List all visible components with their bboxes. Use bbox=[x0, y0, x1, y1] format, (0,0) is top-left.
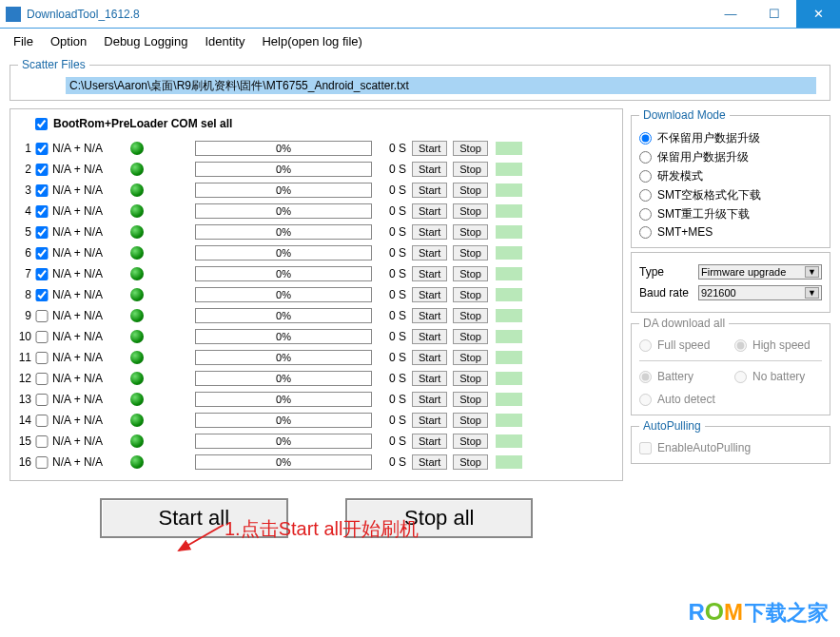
download-mode-radio[interactable] bbox=[639, 170, 652, 183]
download-mode-option[interactable]: SMT+MES bbox=[639, 225, 822, 239]
row-checkbox[interactable] bbox=[35, 373, 49, 385]
minimize-button[interactable]: — bbox=[709, 0, 752, 28]
row-time: 0 S bbox=[381, 455, 406, 469]
close-button[interactable]: ✕ bbox=[796, 0, 840, 28]
row-stop-button[interactable]: Stop bbox=[453, 162, 488, 177]
row-checkbox[interactable] bbox=[35, 268, 49, 280]
row-start-button[interactable]: Start bbox=[412, 162, 447, 177]
row-stop-button[interactable]: Stop bbox=[453, 245, 488, 261]
row-status-indicator bbox=[496, 455, 522, 469]
row-checkbox[interactable] bbox=[35, 331, 49, 343]
row-stop-button[interactable]: Stop bbox=[453, 454, 488, 470]
download-mode-radio[interactable] bbox=[639, 208, 652, 221]
status-led-icon bbox=[130, 267, 144, 280]
chevron-down-icon: ▼ bbox=[805, 287, 819, 299]
row-stop-button[interactable]: Stop bbox=[453, 266, 488, 281]
row-time: 0 S bbox=[381, 393, 406, 406]
row-start-button[interactable]: Start bbox=[412, 245, 447, 261]
scatter-path[interactable]: C:\Users\Aaron\桌面\R9刷机资料\固件\MT6755_Andro… bbox=[66, 77, 816, 94]
high-speed-radio bbox=[734, 339, 747, 352]
status-led-icon bbox=[130, 455, 144, 469]
row-number: 11 bbox=[16, 351, 31, 364]
download-mode-option[interactable]: SMT空板格式化下载 bbox=[639, 187, 822, 203]
row-stop-button[interactable]: Stop bbox=[453, 392, 488, 407]
row-start-button[interactable]: Start bbox=[412, 308, 447, 323]
row-checkbox[interactable] bbox=[35, 164, 49, 176]
row-start-button[interactable]: Start bbox=[412, 203, 447, 219]
row-start-button[interactable]: Start bbox=[412, 371, 447, 386]
row-stop-button[interactable]: Stop bbox=[453, 183, 488, 198]
chevron-down-icon: ▼ bbox=[805, 266, 819, 278]
download-mode-option[interactable]: 保留用户数据升级 bbox=[639, 149, 822, 165]
type-select[interactable]: Firmware upgrade▼ bbox=[698, 264, 822, 280]
row-stop-button[interactable]: Stop bbox=[453, 434, 488, 449]
window-title: DownloadTool_1612.8 bbox=[27, 8, 709, 21]
download-mode-option[interactable]: 不保留用户数据升级 bbox=[639, 130, 822, 146]
device-row: 14N/A + N/A0%0 SStartStop bbox=[16, 410, 616, 431]
menu-debug[interactable]: Debug Logging bbox=[96, 32, 195, 50]
row-com-label: N/A + N/A bbox=[52, 288, 125, 301]
baud-select[interactable]: 921600▼ bbox=[698, 285, 822, 300]
row-stop-button[interactable]: Stop bbox=[453, 308, 488, 323]
row-checkbox[interactable] bbox=[35, 352, 49, 364]
row-start-button[interactable]: Start bbox=[412, 287, 447, 302]
download-mode-radio[interactable] bbox=[639, 151, 652, 164]
row-start-button[interactable]: Start bbox=[412, 266, 447, 281]
row-start-button[interactable]: Start bbox=[412, 350, 447, 365]
row-checkbox[interactable] bbox=[35, 435, 49, 448]
row-stop-button[interactable]: Stop bbox=[453, 329, 488, 344]
row-progress: 0% bbox=[195, 266, 372, 281]
row-stop-button[interactable]: Stop bbox=[453, 350, 488, 365]
select-all-checkbox[interactable] bbox=[35, 118, 48, 130]
menu-help[interactable]: Help(open log file) bbox=[254, 32, 370, 50]
row-stop-button[interactable]: Stop bbox=[453, 141, 488, 156]
enable-autopulling-checkbox bbox=[639, 442, 652, 454]
row-checkbox[interactable] bbox=[35, 289, 49, 301]
row-com-label: N/A + N/A bbox=[52, 309, 125, 322]
row-number: 12 bbox=[16, 372, 31, 385]
row-start-button[interactable]: Start bbox=[412, 434, 447, 449]
row-number: 1 bbox=[16, 142, 31, 155]
stop-all-button[interactable]: Stop all bbox=[345, 498, 533, 538]
row-start-button[interactable]: Start bbox=[412, 141, 447, 156]
row-stop-button[interactable]: Stop bbox=[453, 287, 488, 302]
row-com-label: N/A + N/A bbox=[52, 455, 125, 469]
scatter-legend: Scatter Files bbox=[18, 58, 89, 71]
row-stop-button[interactable]: Stop bbox=[453, 224, 488, 240]
row-number: 9 bbox=[16, 309, 31, 322]
row-checkbox[interactable] bbox=[35, 310, 49, 322]
row-checkbox[interactable] bbox=[35, 184, 49, 197]
menu-option[interactable]: Option bbox=[43, 32, 94, 50]
row-stop-button[interactable]: Stop bbox=[453, 413, 488, 428]
row-start-button[interactable]: Start bbox=[412, 392, 447, 407]
download-mode-radio[interactable] bbox=[639, 132, 652, 145]
row-checkbox[interactable] bbox=[35, 143, 49, 155]
row-checkbox[interactable] bbox=[35, 415, 49, 427]
download-mode-radio[interactable] bbox=[639, 226, 652, 239]
row-status-indicator bbox=[496, 414, 522, 427]
row-time: 0 S bbox=[381, 372, 406, 385]
menu-identity[interactable]: Identity bbox=[197, 32, 252, 50]
row-checkbox[interactable] bbox=[35, 247, 49, 260]
row-start-button[interactable]: Start bbox=[412, 183, 447, 198]
download-mode-option[interactable]: SMT重工升级下载 bbox=[639, 206, 822, 222]
row-stop-button[interactable]: Stop bbox=[453, 371, 488, 386]
row-start-button[interactable]: Start bbox=[412, 329, 447, 344]
row-number: 14 bbox=[16, 414, 31, 427]
device-row: 8N/A + N/A0%0 SStartStop bbox=[16, 284, 616, 305]
row-start-button[interactable]: Start bbox=[412, 413, 447, 428]
maximize-button[interactable]: ☐ bbox=[752, 0, 796, 28]
download-mode-radio[interactable] bbox=[639, 189, 652, 202]
row-checkbox[interactable] bbox=[35, 456, 49, 469]
row-start-button[interactable]: Start bbox=[412, 224, 447, 240]
autopulling-group: AutoPulling EnableAutoPulling bbox=[631, 419, 830, 464]
download-mode-option[interactable]: 研发模式 bbox=[639, 168, 822, 184]
row-com-label: N/A + N/A bbox=[52, 351, 125, 364]
menu-file[interactable]: File bbox=[6, 32, 41, 50]
row-checkbox[interactable] bbox=[35, 205, 49, 218]
row-number: 2 bbox=[16, 163, 31, 176]
row-start-button[interactable]: Start bbox=[412, 454, 447, 470]
row-stop-button[interactable]: Stop bbox=[453, 203, 488, 219]
row-checkbox[interactable] bbox=[35, 394, 49, 406]
row-checkbox[interactable] bbox=[35, 226, 49, 239]
